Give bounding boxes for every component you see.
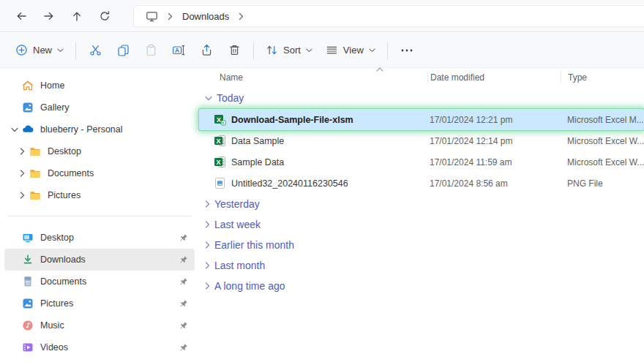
pin-icon (179, 321, 189, 330)
excel-workbook-file-icon: X (214, 156, 226, 168)
sidebar-item-label: Videos (40, 342, 179, 352)
refresh-icon (99, 10, 111, 22)
music-note-icon (22, 320, 34, 331)
pin-icon (179, 277, 189, 286)
sidebar-item-documents-pinned[interactable]: Documents (4, 271, 195, 293)
up-arrow-icon (71, 10, 83, 22)
cut-scissors-icon (89, 44, 102, 56)
delete-button[interactable] (220, 38, 248, 63)
sidebar-item-desktop-pinned[interactable]: Desktop (4, 227, 195, 249)
file-type: Microsoft Excel M... (561, 115, 644, 125)
sidebar-item-music-pinned[interactable]: Music (4, 314, 195, 336)
folder-icon (29, 167, 41, 179)
sidebar-item-videos-pinned[interactable]: Videos (4, 336, 195, 358)
breadcrumb-chevron-icon[interactable] (236, 12, 246, 20)
group-header-label: A long time ago (214, 280, 285, 292)
group-header-earlier-this-month[interactable]: Earlier this month (199, 235, 644, 255)
forward-button[interactable] (35, 4, 63, 28)
folder-icon (29, 146, 41, 157)
group-header-a-long-time-ago[interactable]: A long time ago (199, 276, 644, 296)
file-name: Untitled32_20240116230546 (231, 178, 348, 189)
file-row-download-sample-file-xlsm[interactable]: X Download-Sample-File-xlsm 17/01/2024 1… (199, 109, 644, 130)
breadcrumb-chevron-icon[interactable] (165, 12, 175, 20)
sidebar-item-desktop-tree[interactable]: Desktop (12, 140, 195, 162)
breadcrumb-downloads[interactable]: Downloads (178, 10, 233, 23)
file-type: PNG File (561, 178, 644, 189)
sort-ascending-caret-icon (376, 67, 383, 72)
pin-icon (179, 343, 189, 352)
sidebar-item-home[interactable]: Home (4, 75, 195, 97)
navigation-sidebar: Home Gallery blueberry - Personal Deskto… (0, 68, 199, 362)
file-row-untitled32[interactable]: Untitled32_20240116230546 17/01/2024 8:5… (199, 173, 644, 194)
file-list-pane: Name Date modified Type Today X Download… (199, 68, 644, 362)
sort-button[interactable]: Sort (259, 38, 319, 63)
cut-button[interactable] (81, 38, 109, 63)
folder-icon (29, 189, 41, 201)
chevron-collapsed-icon (205, 241, 210, 249)
file-name: Download-Sample-File-xlsm (231, 115, 353, 125)
file-type: Microsoft Excel W... (561, 157, 644, 167)
pin-icon (179, 233, 189, 242)
group-header-label: Last month (214, 260, 265, 271)
file-name: Data Sample (231, 136, 284, 146)
refresh-button[interactable] (91, 4, 119, 28)
sidebar-item-downloads-pinned[interactable]: Downloads (4, 249, 195, 271)
chevron-down-icon (369, 48, 375, 53)
address-bar[interactable]: Downloads (133, 5, 644, 27)
excel-macro-file-icon: X (214, 113, 226, 126)
file-date-modified: 17/01/2024 11:59 am (427, 157, 561, 167)
sidebar-item-label: Home (40, 80, 195, 91)
sidebar-item-label: Gallery (40, 102, 195, 113)
sidebar-item-onedrive[interactable]: blueberry - Personal (4, 118, 195, 140)
svg-text:X: X (216, 159, 220, 166)
breadcrumb-this-pc[interactable] (141, 9, 162, 24)
chevron-collapsed-icon (205, 200, 210, 208)
file-date-modified: 17/01/2024 12:21 pm (427, 115, 561, 125)
sidebar-item-documents-tree[interactable]: Documents (12, 162, 195, 184)
file-row-data-sample[interactable]: X Data Sample 17/01/2024 12:14 pm Micros… (199, 130, 644, 151)
onedrive-cloud-icon (22, 124, 34, 135)
file-date-modified: 17/01/2024 12:14 pm (427, 136, 561, 146)
sidebar-item-label: Pictures (40, 298, 179, 309)
chevron-down-icon (306, 48, 312, 53)
back-button[interactable] (7, 4, 35, 28)
copy-button[interactable] (109, 38, 137, 63)
sidebar-item-pictures-tree[interactable]: Pictures (12, 184, 195, 206)
sidebar-item-label: Desktop (40, 233, 179, 243)
chevron-collapsed-icon[interactable] (15, 192, 29, 199)
column-header-name[interactable]: Name (199, 72, 427, 83)
more-options-button[interactable] (393, 38, 421, 63)
pin-icon (179, 299, 189, 308)
gallery-icon (22, 102, 34, 113)
group-header-today[interactable]: Today (199, 87, 644, 109)
chevron-down-icon (57, 48, 64, 53)
chevron-collapsed-icon[interactable] (15, 148, 29, 155)
rename-button[interactable]: A (165, 38, 192, 63)
group-header-yesterday[interactable]: Yesterday (199, 194, 644, 214)
view-button[interactable]: View (319, 38, 382, 63)
group-header-last-month[interactable]: Last month (199, 255, 644, 276)
sidebar-item-pictures-pinned[interactable]: Pictures (4, 293, 195, 314)
group-header-last-week[interactable]: Last week (199, 214, 644, 235)
sort-button-label: Sort (283, 45, 301, 56)
this-pc-monitor-icon (146, 10, 158, 23)
new-button-label: New (33, 45, 52, 56)
up-button[interactable] (63, 4, 91, 28)
download-arrow-icon (22, 254, 34, 265)
sidebar-item-label: Documents (48, 168, 195, 178)
sidebar-item-gallery[interactable]: Gallery (4, 97, 195, 118)
column-header-row: Name Date modified Type (199, 68, 644, 87)
delete-trash-icon (228, 44, 241, 56)
share-button[interactable] (192, 38, 220, 63)
column-header-date-modified[interactable]: Date modified (427, 71, 561, 84)
navigation-bar: Downloads (0, 0, 644, 32)
paste-button[interactable] (137, 38, 165, 63)
chevron-expanded-icon[interactable] (7, 127, 22, 132)
column-header-type[interactable]: Type (561, 71, 644, 84)
chevron-collapsed-icon[interactable] (15, 170, 29, 177)
group-header-label: Today (217, 92, 244, 104)
file-row-sample-data[interactable]: X Sample Data 17/01/2024 11:59 am Micros… (199, 151, 644, 173)
sidebar-item-label: Pictures (48, 190, 195, 200)
toolbar-divider (253, 42, 254, 59)
new-button[interactable]: New (9, 38, 70, 63)
